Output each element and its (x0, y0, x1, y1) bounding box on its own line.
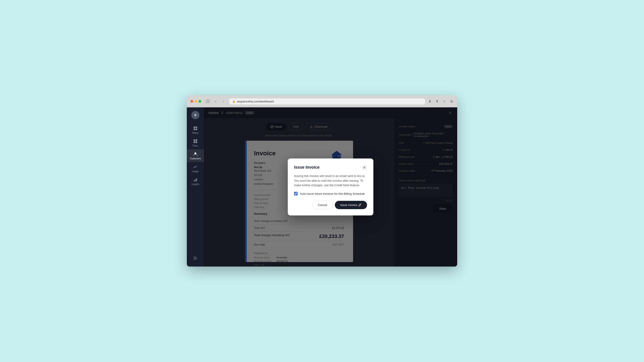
auto-issue-label: Auto-issue future invoices for this Bill… (300, 192, 365, 195)
sidebar-toggle-icon[interactable] (206, 100, 210, 103)
svg-rect-0 (194, 126, 195, 128)
download-icon[interactable]: ⬇ (428, 99, 432, 103)
fullscreen-window-button[interactable] (198, 100, 201, 103)
insights-icon (193, 177, 198, 182)
svg-rect-2 (194, 129, 195, 130)
issue-invoice-button[interactable]: Issue invoice 🚀 (335, 201, 367, 209)
modal-actions: Cancel Issue invoice 🚀 (294, 201, 367, 209)
main-content: Invoice #ZMIY00012 Draft ✕ (204, 107, 457, 267)
svg-rect-7 (196, 141, 197, 143)
svg-point-8 (194, 152, 196, 154)
svg-rect-1 (196, 126, 197, 128)
sidebar-billing-label: Billing (192, 132, 198, 134)
svg-rect-3 (196, 129, 197, 130)
nav-buttons: ‹ › (212, 98, 226, 104)
svg-rect-11 (196, 178, 197, 181)
billing-icon (193, 126, 198, 131)
modal-overlay: Issue Invoice ✕ Issuing this Invoice wil… (204, 107, 457, 267)
svg-rect-9 (194, 180, 194, 181)
app: S Billing (187, 107, 457, 267)
sidebar-item-insights[interactable]: Insights (187, 175, 204, 188)
sidebar-customers-label: Customers (190, 157, 201, 160)
auto-issue-checkbox[interactable] (294, 192, 298, 195)
lock-icon: 🔒 (232, 100, 236, 103)
new-tab-icon[interactable]: ＋ (442, 99, 446, 103)
svg-rect-4 (194, 139, 195, 141)
avatar: S (191, 111, 200, 119)
customers-icon (193, 151, 198, 156)
back-button[interactable]: ‹ (212, 98, 219, 104)
svg-rect-6 (194, 141, 195, 143)
browser-actions: ⬇ ⬆ ＋ ⧉ (428, 99, 454, 103)
cancel-button[interactable]: Cancel (312, 201, 332, 209)
forward-button[interactable]: › (220, 98, 226, 104)
sidebar-item-usage[interactable]: Usage (187, 162, 204, 175)
plans-icon (193, 139, 198, 144)
sidebar-usage-label: Usage (192, 170, 199, 173)
svg-rect-10 (195, 179, 196, 181)
url-text: sequencehq.com/dashboard (237, 100, 274, 103)
sidebar-item-billing[interactable]: Billing (187, 124, 204, 136)
browser-toolbar: ‹ › 🔒 sequencehq.com/dashboard ⬇ ⬆ ＋ ⧉ (187, 95, 457, 107)
sidebar: S Billing (187, 107, 204, 267)
modal-body: Issuing this Invoice will result in an e… (294, 174, 367, 188)
issue-invoice-modal: Issue Invoice ✕ Issuing this Invoice wil… (288, 158, 374, 215)
sidebar-item-logout[interactable] (187, 254, 204, 263)
browser-window: ‹ › 🔒 sequencehq.com/dashboard ⬇ ⬆ ＋ ⧉ S (187, 95, 457, 267)
modal-checkbox-row: Auto-issue future invoices for this Bill… (294, 192, 367, 195)
modal-title: Issue Invoice (294, 165, 320, 170)
tabs-icon[interactable]: ⧉ (450, 99, 454, 103)
sidebar-insights-label: Insights (192, 183, 199, 186)
sidebar-item-plans[interactable]: Plans (187, 136, 204, 149)
address-bar[interactable]: 🔒 sequencehq.com/dashboard (229, 98, 425, 104)
close-window-button[interactable] (190, 100, 193, 103)
sidebar-item-customers[interactable]: Customers (187, 149, 204, 162)
traffic-lights (190, 100, 201, 103)
modal-header: Issue Invoice ✕ (294, 165, 367, 170)
modal-close-button[interactable]: ✕ (362, 165, 367, 170)
sidebar-plans-label: Plans (192, 145, 198, 147)
share-icon[interactable]: ⬆ (435, 99, 439, 103)
svg-rect-5 (196, 139, 197, 141)
usage-icon (193, 164, 198, 169)
minimize-window-button[interactable] (194, 100, 197, 103)
logout-icon (193, 256, 198, 261)
